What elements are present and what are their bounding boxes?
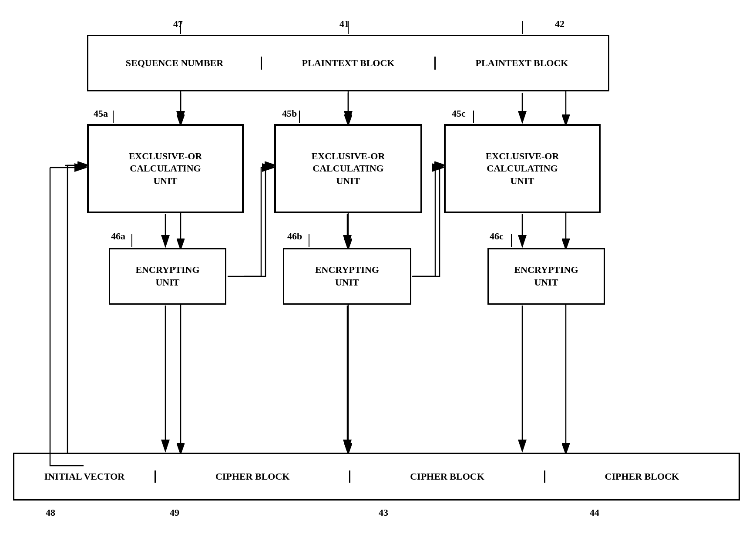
- enc-46a-label: ENCRYPTING UNIT: [135, 264, 199, 289]
- ref49-label: 49: [170, 507, 179, 518]
- top-container-box: SEQUENCE NUMBER PLAINTEXT BLOCK PLAINTEX…: [87, 35, 609, 91]
- ref44-label: 44: [590, 507, 599, 518]
- ref48-label: 48: [46, 507, 55, 518]
- ref42-label: 42: [555, 18, 564, 30]
- sequence-number-box: SEQUENCE NUMBER: [88, 57, 262, 70]
- cipher-44-box: CIPHER BLOCK: [545, 470, 739, 483]
- xor-45b-box: EXCLUSIVE-OR CALCULATING UNIT: [274, 124, 422, 213]
- ref43-label: 43: [379, 507, 388, 518]
- enc-46b-label: ENCRYPTING UNIT: [315, 264, 379, 289]
- xor-45a-box: EXCLUSIVE-OR CALCULATING UNIT: [87, 124, 244, 213]
- bottom-container-box: INITIAL VECTOR CIPHER BLOCK CIPHER BLOCK…: [13, 453, 740, 501]
- cipher-49-label: CIPHER BLOCK: [215, 470, 290, 483]
- ref47-label: 47: [173, 18, 183, 30]
- cipher-44-label: CIPHER BLOCK: [605, 470, 679, 483]
- plaintext-block-41-label: PLAINTEXT BLOCK: [302, 57, 395, 70]
- enc-46c-label: ENCRYPTING UNIT: [514, 264, 578, 289]
- ref45a-label: 45a: [94, 108, 108, 119]
- ref45b-label: 45b: [282, 108, 297, 119]
- sequence-number-label: SEQUENCE NUMBER: [126, 57, 223, 70]
- plaintext-block-42-box: PLAINTEXT BLOCK: [436, 57, 608, 70]
- xor-45c-label: EXCLUSIVE-OR CALCULATING UNIT: [486, 150, 559, 188]
- xor-45b-label: EXCLUSIVE-OR CALCULATING UNIT: [312, 150, 385, 188]
- ref46c-label: 46c: [490, 231, 504, 242]
- diagram: SEQUENCE NUMBER PLAINTEXT BLOCK PLAINTEX…: [0, 0, 756, 551]
- cipher-43-box: CIPHER BLOCK: [350, 470, 545, 483]
- xor-45a-label: EXCLUSIVE-OR CALCULATING UNIT: [129, 150, 202, 188]
- xor-45c-box: EXCLUSIVE-OR CALCULATING UNIT: [444, 124, 601, 213]
- ref41-label: 41: [339, 18, 349, 30]
- initial-vector-box: INITIAL VECTOR: [14, 470, 156, 483]
- enc-46c-box: ENCRYPTING UNIT: [487, 248, 605, 305]
- enc-46b-box: ENCRYPTING UNIT: [283, 248, 411, 305]
- cipher-43-label: CIPHER BLOCK: [410, 470, 484, 483]
- plaintext-block-42-label: PLAINTEXT BLOCK: [476, 57, 568, 70]
- ref46a-label: 46a: [111, 231, 125, 242]
- cipher-49-box: CIPHER BLOCK: [156, 470, 350, 483]
- ref46b-label: 46b: [287, 231, 302, 242]
- enc-46a-box: ENCRYPTING UNIT: [109, 248, 226, 305]
- initial-vector-label: INITIAL VECTOR: [44, 470, 124, 483]
- plaintext-block-41-box: PLAINTEXT BLOCK: [262, 57, 436, 70]
- ref45c-label: 45c: [452, 108, 466, 119]
